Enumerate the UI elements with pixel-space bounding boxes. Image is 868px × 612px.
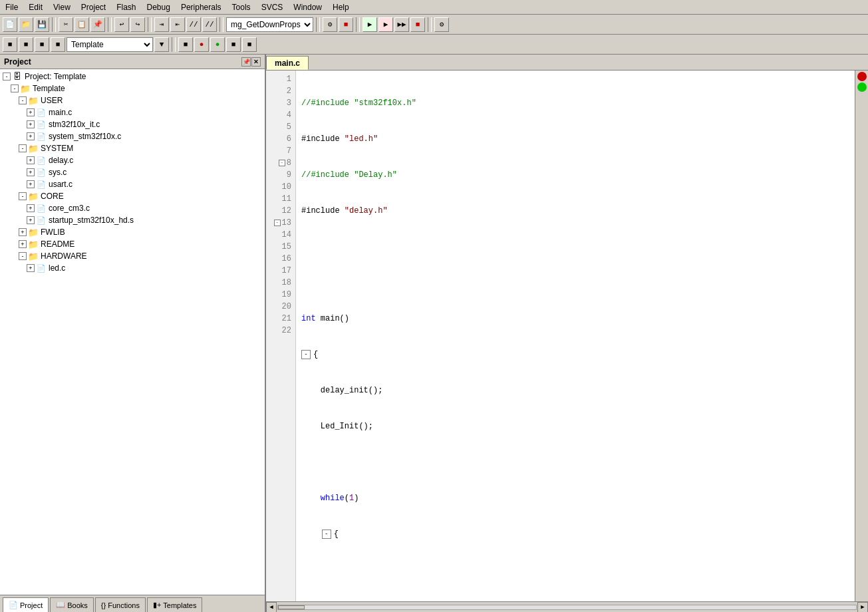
menu-flash[interactable]: Flash [111,1,141,13]
expand-stm32it[interactable]: + [27,120,35,128]
open-button[interactable]: 📁 [19,17,33,32]
hscroll-left-button[interactable]: ◀ [266,602,277,613]
code-line-6 [301,277,849,289]
tb2-extra5[interactable]: ■ [242,37,257,52]
tb2-extra3[interactable]: ● [210,37,225,52]
tab-project[interactable]: 📄 Project [3,597,49,612]
expand-led[interactable]: + [27,264,35,272]
uncomment-button[interactable]: // [202,17,217,32]
expand-fwlib[interactable]: + [19,228,27,236]
tree-user-label: USER [41,96,63,105]
tab-functions[interactable]: {} Functions [95,597,146,612]
tb2-extra1[interactable]: ■ [178,37,193,52]
menu-view[interactable]: View [48,1,76,13]
tree-template[interactable]: - 📁 Template [0,82,265,94]
menu-window[interactable]: Window [288,1,327,13]
target-settings-button[interactable]: ⚙ [323,17,337,32]
expand-template[interactable]: - [11,84,19,92]
target-dropdown[interactable]: mg_GetDownProps [226,17,313,32]
expand-core[interactable]: - [19,192,27,200]
settings-button[interactable]: ⚙ [434,17,449,32]
code-line-13: -{ [301,528,849,540]
tree-system-folder[interactable]: - 📁 SYSTEM [0,142,265,154]
tree-fwlib[interactable]: + 📁 FWLIB [0,226,265,238]
menu-edit[interactable]: Edit [23,1,48,13]
code-editor[interactable]: //#include "stm32f10x.h" #include "led.h… [296,71,855,601]
tb2-btn2[interactable]: ■ [19,37,33,52]
target-arrow-button[interactable]: ▼ [154,37,169,52]
comment-button[interactable]: // [186,17,201,32]
tb2-btn3[interactable]: ■ [35,37,49,52]
tree-main-c[interactable]: + 📄 main.c [0,106,265,118]
editor-tabs: main.c [266,55,868,71]
tree-sys[interactable]: + 📄 sys.c [0,166,265,178]
fold-btn-13[interactable]: - [322,530,331,539]
fold-btn-8[interactable]: - [301,350,311,359]
build-button[interactable]: ▶ [378,17,393,32]
project-target-dropdown[interactable]: Template [67,37,153,52]
expand-hardware[interactable]: - [19,252,27,260]
menu-peripherals[interactable]: Peripherals [176,1,227,13]
sep5 [316,17,320,32]
paste-button[interactable]: 📌 [90,17,105,32]
undo-button[interactable]: ↩ [114,17,129,32]
tree-core-cm3[interactable]: + 📄 core_cm3.c [0,202,265,214]
menu-svcs[interactable]: SVCS [256,1,289,13]
tb2-btn1[interactable]: ■ [3,37,17,52]
compile-button[interactable]: ▶ [362,17,377,32]
unindent-button[interactable]: ⇤ [170,17,185,32]
menu-file[interactable]: File [0,1,23,13]
tab-templates[interactable]: ▮+ Templates [147,597,203,612]
expand-user[interactable]: - [19,96,27,104]
menu-project[interactable]: Project [76,1,111,13]
indent-button[interactable]: ⇥ [154,17,169,32]
sep2 [108,17,112,32]
tree-core[interactable]: - 📁 CORE [0,190,265,202]
menu-help[interactable]: Help [327,1,355,13]
horizontal-scrollbar[interactable]: ◀ ▶ [266,601,868,612]
rebuild-button[interactable]: ▶▶ [394,17,409,32]
hscroll-thumb[interactable] [278,605,305,609]
tree-led[interactable]: + 📄 led.c [0,262,265,274]
tree-user[interactable]: - 📁 USER [0,94,265,106]
menu-debug[interactable]: Debug [142,1,176,13]
redo-button[interactable]: ↪ [130,17,145,32]
expand-usart[interactable]: + [27,180,35,188]
expand-readme[interactable]: + [19,240,27,248]
tb2-extra2[interactable]: ● [194,37,209,52]
stop-button[interactable]: ■ [410,17,425,32]
pin-button[interactable]: 📌 [241,57,251,67]
tree-root[interactable]: - 🗄 Project: Template [0,71,265,82]
code-line-8: -{ [301,349,849,361]
expand-root[interactable]: - [3,73,11,80]
expand-core-cm3[interactable]: + [27,204,35,212]
tb2-extra4[interactable]: ■ [226,37,241,52]
expand-system[interactable]: + [27,132,35,140]
tree-readme[interactable]: + 📁 README [0,238,265,250]
tb2-btn4[interactable]: ■ [51,37,65,52]
expand-startup[interactable]: + [27,216,35,224]
hscroll-right-button[interactable]: ▶ [857,602,868,613]
tree-stm32-it[interactable]: + 📄 stm32f10x_it.c [0,118,265,130]
menu-tools[interactable]: Tools [227,1,256,13]
editor-tab-main-c[interactable]: main.c [266,56,309,70]
close-panel-button[interactable]: ✕ [251,57,261,67]
copy-button[interactable]: 📋 [74,17,89,32]
tree-startup[interactable]: + 📄 startup_stm32f10x_hd.s [0,214,265,226]
tree-delay[interactable]: + 📄 delay.c [0,154,265,166]
tree-hardware[interactable]: - 📁 HARDWARE [0,250,265,262]
new-button[interactable]: 📄 [3,17,17,32]
save-button[interactable]: 💾 [35,17,49,32]
flash-download-button[interactable]: ■ [339,17,353,32]
hscroll-track[interactable] [277,605,857,610]
expand-mainc[interactable]: + [27,108,35,116]
expand-sys[interactable]: + [27,168,35,176]
tab-books[interactable]: 📖 Books [50,597,94,612]
cut-button[interactable]: ✂ [59,17,73,32]
line-numbers: 1 2 3 4 5 6 7 -8 9 10 11 12 -13 14 15 16 [266,71,296,601]
tree-root-label: Project: Template [25,72,86,81]
tree-system[interactable]: + 📄 system_stm32f10x.c [0,130,265,142]
expand-system-folder[interactable]: - [19,144,27,152]
expand-delay[interactable]: + [27,156,35,164]
tree-usart[interactable]: + 📄 usart.c [0,178,265,190]
